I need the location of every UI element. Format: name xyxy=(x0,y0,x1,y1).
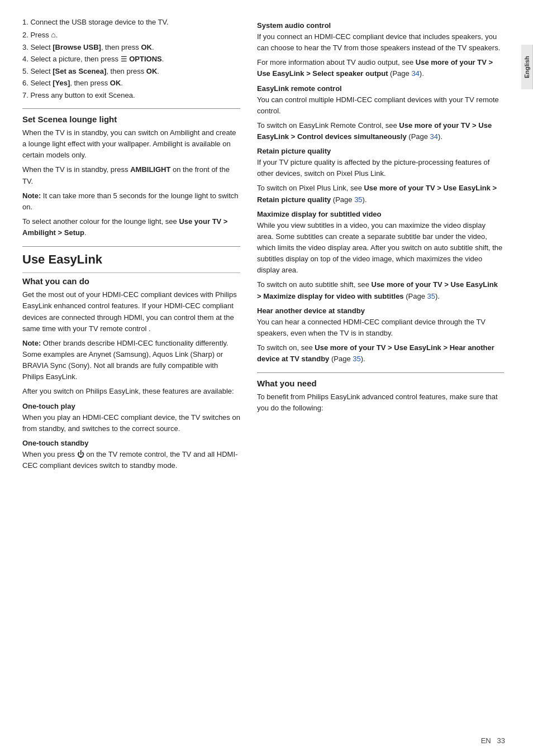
sidebar-tab-label: English xyxy=(521,45,533,89)
note-label-2: Note: xyxy=(22,339,41,347)
hear-device-body2: To switch on, see Use more of your TV > … xyxy=(257,342,504,365)
main-content: 1. Connect the USB storage device to the… xyxy=(0,0,521,756)
system-audio-ref: 34 xyxy=(411,69,419,78)
ok-label-5: OK xyxy=(146,67,158,75)
standby-body-text: When you press ⏻ on the TV remote contro… xyxy=(22,450,237,470)
step-4: 4. Select a picture, then press ☰ OPTION… xyxy=(22,54,240,65)
system-audio-body2: For more information about TV audio outp… xyxy=(257,57,504,79)
step-4-text: 4. Select a picture, then press ☰ OPTION… xyxy=(22,55,164,63)
hear-ref: 35 xyxy=(353,355,360,363)
one-touch-play-heading: One-touch play xyxy=(22,402,240,410)
system-audio-paren: (Page xyxy=(388,69,411,78)
maximize-paren: (Page xyxy=(404,292,427,300)
retain-picture-body1: If your TV picture quality is affected b… xyxy=(257,157,504,179)
step-1-text: 1. Connect the USB storage device to the… xyxy=(22,18,169,26)
set-scenea-body1: When the TV is in standby, you can switc… xyxy=(22,127,240,161)
easylink-remote-paren: (Page xyxy=(407,132,430,141)
easylink-remote-body2: To switch on EasyLink Remote Control, se… xyxy=(257,120,504,142)
set-scenea-note: Note: It can take more than 5 seconds fo… xyxy=(22,190,240,213)
maximize-prefix: To switch on auto subtitle shift, see xyxy=(257,280,372,289)
divider-1 xyxy=(22,108,240,109)
system-audio-heading: System audio control xyxy=(257,21,504,30)
set-scenea-colour: To select another colour for the lounge … xyxy=(22,216,240,238)
step-2: 2. Press ⌂. xyxy=(22,29,240,41)
step-3: 3. Select [Browse USB], then press OK. xyxy=(22,42,240,53)
easylink-remote-heading: EasyLink remote control xyxy=(257,84,504,93)
set-scenea-body2: When the TV is in standby, press AMBILIG… xyxy=(22,164,240,186)
easylink-remote-body1: You can control multiple HDMI-CEC compli… xyxy=(257,94,504,117)
options-icon: ☰ xyxy=(121,54,127,65)
what-you-can-do-heading: What you can do xyxy=(22,276,240,286)
easylink-body2: After you switch on Philips EasyLink, th… xyxy=(22,386,240,397)
one-touch-standby-body: When you press ⏻ on the TV remote contro… xyxy=(22,449,240,471)
easylink-remote-ref: 34 xyxy=(430,132,438,141)
page-footer: EN 33 xyxy=(481,736,505,745)
set-scenea-heading: Set Scenea lounge light xyxy=(22,114,240,124)
what-you-need-heading: What you need xyxy=(257,379,504,388)
retain-prefix: To switch on Pixel Plus Link, see xyxy=(257,184,364,192)
one-touch-standby-heading: One-touch standby xyxy=(22,439,240,447)
retain-ref: 35 xyxy=(354,195,362,204)
what-you-need-body1: To benefit from Philips EasyLink advance… xyxy=(257,391,504,414)
footer-page: 33 xyxy=(497,736,505,745)
step-3-text: 3. Select [Browse USB], then press OK. xyxy=(22,43,154,51)
retain-picture-heading: Retain picture quality xyxy=(257,147,504,155)
maximize-display-heading: Maximize display for subtitled video xyxy=(257,210,504,218)
maximize-after: ). xyxy=(435,292,440,300)
one-touch-play-body: When you play an HDMI-CEC compliant devi… xyxy=(22,412,240,434)
hear-after: ). xyxy=(361,355,365,363)
note-text-1: It can take more than 5 seconds for the … xyxy=(22,192,239,211)
retain-picture-body2: To switch on Pixel Plus Link, see Use mo… xyxy=(257,183,504,205)
divider-4 xyxy=(257,372,504,373)
maximize-display-body2: To switch on auto subtitle shift, see Us… xyxy=(257,279,504,302)
hear-device-heading: Hear another device at standby xyxy=(257,307,504,315)
easylink-body1: Get the most out of your HDMI-CEC compli… xyxy=(22,289,240,334)
ambilight-label: AMBILIGHT xyxy=(130,165,170,174)
ok-label-3: OK xyxy=(141,43,152,51)
footer-en: EN xyxy=(481,736,491,745)
system-audio-body2-prefix: For more information about TV audio outp… xyxy=(257,58,416,66)
step-1: 1. Connect the USB storage device to the… xyxy=(22,17,240,28)
step-2-text: 2. Press ⌂. xyxy=(22,31,58,39)
steps-list: 1. Connect the USB storage device to the… xyxy=(22,17,240,101)
colour-prefix: To select another colour for the lounge … xyxy=(22,217,179,226)
system-audio-after: ). xyxy=(420,69,424,78)
ok-label-6: OK xyxy=(110,79,121,87)
maximize-display-body1: While you view subtitles in a video, you… xyxy=(257,220,504,276)
retain-after: ). xyxy=(363,195,367,204)
set-scenea-body2-prefix: When the TV is in standby, press xyxy=(22,165,130,174)
easylink-remote-prefix: To switch on EasyLink Remote Control, se… xyxy=(257,121,399,130)
step-6: 6. Select [Yes], then press OK. xyxy=(22,78,240,89)
yes-label: [Yes] xyxy=(53,79,70,87)
colour-after: . xyxy=(84,228,87,237)
retain-paren: (Page xyxy=(331,195,354,204)
step-6-text: 6. Select [Yes], then press OK. xyxy=(22,79,123,87)
note-text-2: Other brands describe HDMI-CEC functiona… xyxy=(22,339,229,381)
home-icon: ⌂ xyxy=(51,29,55,41)
set-scenea-label: [Set as Scenea] xyxy=(53,67,106,75)
step-7-text: 7. Press any button to exit Scenea. xyxy=(22,91,135,99)
options-label: OPTIONS xyxy=(129,55,162,63)
system-audio-body1: If you connect an HDMI-CEC compliant dev… xyxy=(257,31,504,54)
step-5-text: 5. Select [Set as Scenea], then press OK… xyxy=(22,67,159,75)
divider-3 xyxy=(22,272,240,273)
left-column: 1. Connect the USB storage device to the… xyxy=(22,17,240,739)
divider-2 xyxy=(22,246,240,247)
hear-device-body1: You can hear a connected HDMI-CEC compli… xyxy=(257,317,504,339)
hear-prefix: To switch on, see xyxy=(257,343,315,352)
hear-paren: (Page xyxy=(329,355,353,363)
right-column: System audio control If you connect an H… xyxy=(257,17,504,739)
use-easylink-heading: Use EasyLink xyxy=(22,252,240,267)
browse-usb-label: [Browse USB] xyxy=(53,43,101,51)
easylink-note: Note: Other brands describe HDMI-CEC fun… xyxy=(22,338,240,383)
step-7: 7. Press any button to exit Scenea. xyxy=(22,90,240,101)
page: 1. Connect the USB storage device to the… xyxy=(0,0,533,756)
sidebar-tab: English xyxy=(521,0,533,756)
easylink-remote-after: ). xyxy=(438,132,442,141)
step-5: 5. Select [Set as Scenea], then press OK… xyxy=(22,66,240,77)
maximize-ref: 35 xyxy=(427,292,435,300)
note-label-1: Note: xyxy=(22,192,41,200)
